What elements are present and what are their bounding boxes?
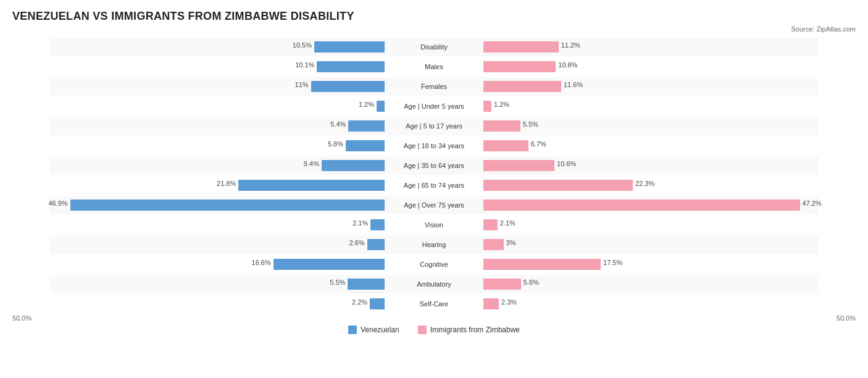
- row-label: Ambulatory: [385, 280, 483, 288]
- right-value: 2.1%: [498, 219, 515, 227]
- legend-zimbabwe: Immigrants from Zimbabwe: [418, 326, 520, 334]
- row-label: Age | 35 to 64 years: [385, 162, 483, 169]
- row-label: Females: [385, 83, 483, 90]
- legend: Venezuelan Immigrants from Zimbabwe: [12, 326, 856, 334]
- left-section: 10.1%: [49, 58, 385, 75]
- right-section: 2.1%: [483, 216, 819, 233]
- left-section: 11%: [49, 78, 385, 95]
- row-label: Self-Care: [385, 300, 483, 308]
- right-value: 22.3%: [633, 180, 654, 187]
- bar-row: 10.5%Disability11.2%: [49, 38, 819, 56]
- pink-bar: 22.3%: [483, 180, 633, 191]
- right-value: 10.8%: [556, 61, 577, 69]
- left-value: 2.1%: [353, 219, 370, 227]
- left-value: 10.1%: [295, 61, 317, 69]
- pink-bar: 5.5%: [483, 120, 520, 132]
- left-value: 9.4%: [304, 160, 322, 167]
- blue-bar: 1.2%: [377, 101, 385, 112]
- pink-bar: 5.6%: [483, 279, 521, 290]
- right-section: 17.5%: [483, 256, 819, 273]
- row-label: Age | 65 to 74 years: [385, 182, 483, 189]
- bar-row: 1.2%Age | Under 5 years1.2%: [49, 97, 819, 116]
- right-section: 5.5%: [483, 117, 819, 135]
- left-value: 16.6%: [252, 259, 273, 266]
- left-section: 5.8%: [49, 137, 385, 154]
- left-value: 5.4%: [330, 120, 348, 128]
- bar-row: 2.6%Hearing3%: [49, 235, 819, 254]
- right-section: 11.2%: [483, 38, 819, 56]
- bar-row: 16.6%Cognitive17.5%: [49, 255, 819, 274]
- bar-row: 21.8%Age | 65 to 74 years22.3%: [49, 176, 819, 195]
- row-label: Age | 5 to 17 years: [385, 122, 483, 130]
- blue-bar: 5.8%: [346, 140, 385, 151]
- left-value: 46.9%: [48, 200, 70, 207]
- row-label: Age | Under 5 years: [385, 103, 483, 110]
- right-section: 1.2%: [483, 98, 819, 115]
- row-label: Males: [385, 63, 483, 70]
- blue-bar: 10.1%: [317, 61, 385, 72]
- bar-row: 46.9%Age | Over 75 years47.2%: [49, 196, 819, 214]
- right-value: 11.2%: [559, 41, 580, 49]
- bar-row: 9.4%Age | 35 to 64 years10.6%: [49, 156, 819, 175]
- right-section: 5.6%: [483, 275, 819, 293]
- right-section: 11.6%: [483, 78, 819, 95]
- legend-blue-box: [348, 326, 357, 334]
- bar-row: 11%Females11.6%: [49, 77, 819, 96]
- right-value: 5.5%: [520, 120, 538, 128]
- blue-bar: 46.9%: [70, 200, 385, 211]
- pink-bar: 10.6%: [483, 160, 554, 171]
- blue-bar: 2.6%: [367, 239, 385, 250]
- blue-bar: 2.2%: [370, 298, 385, 309]
- left-section: 10.5%: [49, 38, 385, 56]
- left-value: 1.2%: [359, 101, 377, 108]
- pink-bar: 11.2%: [483, 41, 559, 52]
- bar-row: 5.8%Age | 18 to 34 years6.7%: [49, 136, 819, 155]
- left-section: 16.6%: [49, 256, 385, 273]
- blue-bar: 5.5%: [348, 279, 385, 290]
- axis-left: 50.0%: [12, 314, 31, 322]
- pink-bar: 1.2%: [483, 101, 491, 112]
- left-section: 5.5%: [49, 275, 385, 293]
- blue-bar: 11%: [311, 81, 385, 92]
- right-value: 1.2%: [491, 101, 509, 108]
- bar-row: 2.1%Vision2.1%: [49, 216, 819, 234]
- left-value: 2.2%: [352, 298, 370, 306]
- left-section: 2.6%: [49, 236, 385, 253]
- right-section: 3%: [483, 236, 819, 253]
- blue-bar: 16.6%: [273, 259, 385, 270]
- legend-pink-label: Immigrants from Zimbabwe: [430, 326, 520, 334]
- pink-bar: 47.2%: [483, 200, 800, 211]
- pink-bar: 2.1%: [483, 219, 498, 230]
- blue-bar: 5.4%: [348, 120, 385, 132]
- right-value: 5.6%: [521, 279, 539, 286]
- left-section: 2.1%: [49, 216, 385, 233]
- right-section: 6.7%: [483, 137, 819, 154]
- right-value: 3%: [504, 239, 516, 246]
- pink-bar: 10.8%: [483, 61, 556, 72]
- left-section: 46.9%: [49, 196, 385, 214]
- right-section: 22.3%: [483, 177, 819, 194]
- legend-pink-box: [418, 326, 427, 334]
- pink-bar: 2.3%: [483, 298, 499, 309]
- left-value: 2.6%: [349, 239, 367, 246]
- pink-bar: 3%: [483, 239, 504, 250]
- left-value: 11%: [295, 81, 311, 88]
- pink-bar: 11.6%: [483, 81, 561, 92]
- bar-row: 2.2%Self-Care2.3%: [49, 295, 819, 313]
- axis-right: 50.0%: [837, 314, 856, 322]
- left-section: 5.4%: [49, 117, 385, 135]
- right-value: 10.6%: [554, 160, 576, 167]
- row-label: Disability: [385, 43, 483, 51]
- axis-labels: 50.0% 50.0%: [12, 314, 856, 322]
- left-value: 10.5%: [293, 41, 314, 49]
- pink-bar: 6.7%: [483, 140, 528, 151]
- bar-row: 5.5%Ambulatory5.6%: [49, 275, 819, 293]
- legend-blue-label: Venezuelan: [361, 326, 399, 334]
- right-value: 2.3%: [499, 298, 517, 306]
- left-value: 21.8%: [217, 180, 238, 187]
- right-section: 2.3%: [483, 295, 819, 313]
- row-label: Hearing: [385, 241, 483, 248]
- row-label: Vision: [385, 221, 483, 229]
- left-section: 21.8%: [49, 177, 385, 194]
- right-value: 47.2%: [800, 200, 822, 207]
